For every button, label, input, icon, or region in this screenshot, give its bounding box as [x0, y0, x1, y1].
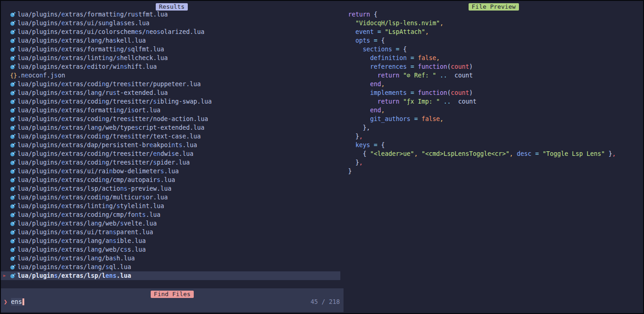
- file-icon-box: [10, 125, 17, 131]
- file-path: lua/plugins/extras/lang/web/typescript-e…: [17, 124, 204, 131]
- file-icon-box: [10, 116, 17, 122]
- lua-icon: [10, 64, 16, 70]
- file-path: lua/plugins/extras/coding/multicursor.lu…: [17, 194, 168, 201]
- code-line: git_authors = false,: [348, 115, 616, 123]
- lua-icon: [10, 256, 16, 261]
- match-highlight: s: [116, 55, 120, 61]
- file-path: lua/plugins/extras/lsp/actions-preview.l…: [17, 185, 171, 192]
- match-highlight: n: [102, 116, 105, 122]
- telescope-window: Results File Preview ▶lua/plugins/extras…: [0, 0, 644, 314]
- code-line: definition = false,: [348, 54, 616, 62]
- file-path: lua/plugins/extras/coding/treesitter/pup…: [17, 81, 201, 88]
- search-input[interactable]: ❯ ens: [4, 297, 24, 306]
- match-highlight: n: [94, 246, 98, 253]
- file-path: lua/plugins/extras/lsp/lens.lua: [17, 272, 131, 279]
- result-row[interactable]: ▶lua/plugins/extras/ui/colorschemes/neos…: [1, 28, 340, 36]
- match-highlight: e: [61, 89, 65, 96]
- file-path: .neoconf.json: [17, 72, 65, 79]
- result-row[interactable]: ▶lua/plugins/extras/coding/treesitter/te…: [1, 132, 340, 141]
- file-path: lua/plugins/extras/editor/winshift.lua: [17, 63, 157, 70]
- match-highlight: ns: [120, 185, 127, 192]
- match-highlight: s: [113, 89, 116, 96]
- code-line: references = function(count): [348, 62, 616, 71]
- result-row[interactable]: ▶lua/plugins/extras/formatting/isort.lua: [1, 106, 340, 115]
- file-path: lua/plugins/extras/lang/ansible.lua: [17, 237, 146, 244]
- result-row[interactable]: ▶lua/plugins/extras/coding/treesitter/si…: [1, 97, 340, 106]
- match-highlight: n: [105, 55, 109, 61]
- lua-icon: [10, 221, 16, 226]
- result-row[interactable]: ▶lua/plugins/extras/coding/cmp/fonts.lua: [1, 210, 340, 219]
- code-line: },: [348, 158, 616, 167]
- match-highlight: n: [102, 98, 105, 105]
- file-icon-box: [10, 99, 17, 105]
- result-row[interactable]: ▶lua/plugins/extras/lang/rust-extended.l…: [1, 88, 340, 97]
- result-row[interactable]: ▶lua/plugins/extras/linting/shellcheck.l…: [1, 54, 340, 62]
- file-icon-box: {}: [10, 73, 17, 78]
- find-files-badge: Find Files: [151, 291, 194, 298]
- file-path: lua/plugins/extras/coding/cmp/fonts.lua: [17, 211, 160, 218]
- file-path: lua/plugins/extras/lang/bash.lua: [17, 255, 135, 262]
- lua-icon: [10, 12, 16, 17]
- match-highlight: e: [87, 63, 91, 70]
- result-row[interactable]: ▶lua/plugins/extras/lang/ansible.lua: [1, 237, 340, 245]
- result-row[interactable]: ▶{}.neoconf.json: [1, 71, 340, 80]
- result-row[interactable]: ▶lua/plugins/extras/ui/sunglasses.lua: [1, 19, 340, 28]
- result-row[interactable]: ▶lua/plugins/extras/editor/winshift.lua: [1, 62, 340, 71]
- file-path: lua/plugins/extras/ui/transparent.lua: [17, 229, 153, 236]
- lua-icon: [10, 116, 16, 122]
- result-row[interactable]: ▶lua/plugins/extras/coding/treesitter/pu…: [1, 80, 340, 88]
- result-row[interactable]: ▶lua/plugins/extras/lsp/lens.lua: [1, 271, 340, 280]
- code-line: { "<leader>ue", "<cmd>LspLensToggle<cr>"…: [348, 149, 616, 158]
- result-row[interactable]: ▶lua/plugins/extras/lsp/actions-preview.…: [1, 184, 340, 193]
- file-icon-box: [10, 143, 17, 148]
- result-row[interactable]: ▶lua/plugins/extras/formatting/sqlfmt.lu…: [1, 45, 340, 54]
- file-preview-pane: return { "VidocqH/lsp-lens.nvim", event …: [348, 10, 616, 176]
- file-path: lua/plugins/extras/lang/rust-extended.lu…: [17, 89, 168, 96]
- match-highlight: ens: [105, 272, 116, 279]
- match-highlight: e: [61, 168, 65, 175]
- match-highlight: e: [61, 133, 65, 140]
- match-highlight: e: [61, 107, 65, 114]
- lua-icon: [10, 29, 16, 35]
- file-path: lua/plugins/extras/formatting/sqlfmt.lua: [17, 46, 164, 53]
- lua-icon: [10, 264, 16, 270]
- result-row[interactable]: ▶lua/plugins/extras/coding/treesitter/sp…: [1, 158, 340, 167]
- match-highlight: e: [61, 176, 65, 183]
- code-line: opts = {: [348, 36, 616, 45]
- code-line: return {: [348, 10, 616, 19]
- match-highlight: en: [153, 150, 160, 157]
- result-row[interactable]: ▶lua/plugins/extras/formatting/rustfmt.l…: [1, 10, 340, 19]
- result-row[interactable]: ▶lua/plugins/extras/linting/stylelint.lu…: [1, 202, 340, 210]
- result-row[interactable]: ▶lua/plugins/extras/lang/web/css.lua: [1, 245, 340, 254]
- result-row[interactable]: ▶lua/plugins/extras/lang/haskell.lua: [1, 36, 340, 45]
- result-row[interactable]: ▶lua/plugins/extras/ui/rainbow-delimeter…: [1, 167, 340, 176]
- result-row[interactable]: ▶lua/plugins/extras/coding/multicursor.l…: [1, 193, 340, 202]
- file-path: lua/plugins/extras/linting/stylelint.lua: [17, 203, 164, 209]
- result-row[interactable]: ▶lua/plugins/extras/lang/web/svelte.lua: [1, 219, 340, 228]
- file-icon-box: [10, 186, 17, 192]
- file-path: lua/plugins/extras/formatting/isort.lua: [17, 107, 160, 114]
- lua-icon: [10, 177, 16, 183]
- file-path: lua/plugins/extras/ui/sunglasses.lua: [17, 20, 149, 27]
- result-row[interactable]: ▶lua/plugins/extras/dap/persistent-break…: [1, 141, 340, 149]
- result-row[interactable]: ▶lua/plugins/extras/lang/web/typescript-…: [1, 123, 340, 132]
- result-row[interactable]: ▶lua/plugins/extras/coding/cmp/autopairs…: [1, 176, 340, 184]
- lua-icon: [10, 99, 16, 105]
- file-icon-box: [10, 247, 17, 253]
- lua-icon: [10, 169, 16, 174]
- result-row[interactable]: ▶lua/plugins/extras/lang/bash.lua: [1, 254, 340, 263]
- match-highlight: n: [94, 220, 98, 227]
- code-line: implements = function(count): [348, 88, 616, 97]
- match-highlight: e: [61, 194, 65, 201]
- file-icon-box: [10, 221, 17, 226]
- match-highlight: e: [61, 185, 65, 192]
- json-icon: {}: [10, 73, 17, 78]
- code-line: end,: [348, 106, 616, 115]
- result-row[interactable]: ▶lua/plugins/extras/coding/treesitter/no…: [1, 115, 340, 123]
- file-icon-box: [10, 264, 17, 270]
- result-row[interactable]: ▶lua/plugins/extras/ui/transparent.lua: [1, 228, 340, 237]
- lua-icon: [10, 108, 16, 113]
- result-row[interactable]: ▶lua/plugins/extras/coding/treesitter/en…: [1, 149, 340, 158]
- match-highlight: s: [113, 37, 116, 44]
- result-row[interactable]: ▶lua/plugins/extras/lang/sql.lua: [1, 263, 340, 271]
